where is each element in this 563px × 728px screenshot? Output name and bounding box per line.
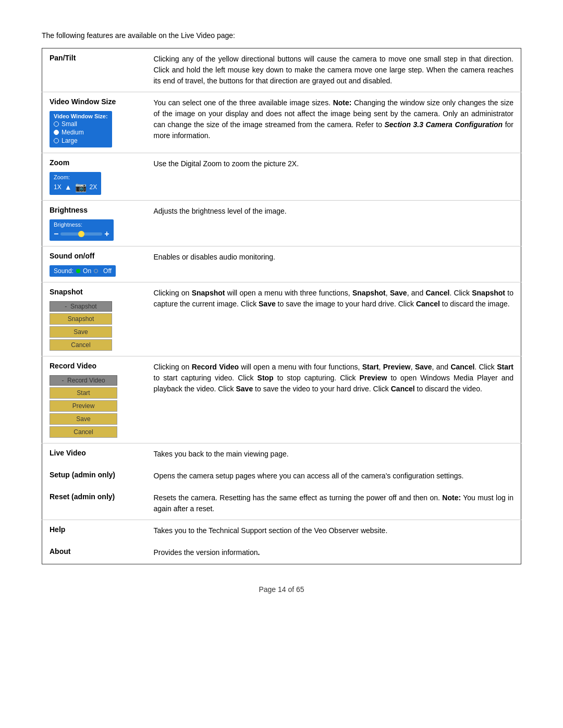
snapshot-left: Snapshot - Snapshot Snapshot Save Cancel: [42, 282, 146, 356]
zoom-left: Zoom Zoom: 1X ▲ 📷 2X: [42, 153, 146, 201]
video-window-title: Video Window Size:: [54, 113, 108, 119]
sound-left: Sound on/off Sound: On Off: [42, 246, 146, 282]
small-label: Small: [62, 120, 77, 128]
record-video-right: Clicking on Record Video will open a men…: [146, 356, 521, 443]
cancel-bold-2: Cancel: [416, 300, 440, 308]
sound-off-label[interactable]: Off: [103, 267, 112, 275]
snapshot-bold-3: Snapshot: [472, 289, 505, 297]
rv-cancel: Cancel: [450, 363, 474, 371]
snapshot-cancel-button[interactable]: Cancel: [50, 339, 112, 351]
rv-preview-2: Preview: [359, 374, 387, 382]
pan-tilt-label: Pan/Tilt: [50, 54, 139, 62]
rv-cancel-2: Cancel: [391, 385, 415, 393]
record-video-left: Record Video - Record Video Start Previe…: [42, 356, 146, 443]
brightness-thumb: [78, 231, 84, 237]
rv-start: Start: [362, 363, 379, 371]
save-bold-2: Save: [259, 300, 276, 308]
help-left: Help: [42, 520, 146, 542]
zoom-right: Use the Digital Zoom to zoom the picture…: [146, 153, 521, 201]
record-preview-button[interactable]: Preview: [50, 400, 117, 412]
pan-tilt-right: Clicking any of the yellow directional b…: [146, 48, 521, 92]
features-table: Pan/Tilt Clicking any of the yellow dire…: [42, 48, 521, 564]
large-radio[interactable]: [54, 138, 59, 143]
brightness-minus[interactable]: −: [54, 229, 58, 239]
video-window-label: Video Window Size: [50, 97, 139, 106]
brightness-label: Brightness: [50, 206, 139, 214]
video-window-medium-row: Medium: [54, 129, 108, 136]
snapshot-button[interactable]: Snapshot: [50, 313, 112, 325]
snapshot-desc: Clicking on Snapshot will open a menu wi…: [154, 288, 514, 310]
sound-right: Enables or disables audio monitoring.: [146, 246, 521, 282]
record-cancel-button[interactable]: Cancel: [50, 426, 117, 438]
record-start-button[interactable]: Start: [50, 387, 117, 399]
rv-save-2: Save: [236, 385, 253, 393]
record-video-label: Record Video: [50, 362, 139, 370]
brightness-track[interactable]: [60, 232, 102, 236]
about-label: About: [50, 547, 139, 556]
snapshot-save-button[interactable]: Save: [50, 326, 112, 338]
help-row: Help Takes you to the Technical Support …: [42, 520, 521, 542]
pan-tilt-left: Pan/Tilt: [42, 48, 146, 92]
help-right: Takes you to the Technical Support secti…: [146, 520, 521, 542]
note-bold: Note:: [333, 98, 352, 107]
brightness-inner: − +: [54, 229, 109, 239]
setup-label: Setup (admin only): [50, 471, 139, 479]
brightness-widget: Brightness: − +: [50, 219, 114, 241]
page-footer: Page 14 of 65: [42, 585, 521, 594]
sound-on-label[interactable]: On: [83, 267, 91, 275]
record-video-desc: Clicking on Record Video will open a men…: [154, 362, 514, 394]
snapshot-row: Snapshot - Snapshot Snapshot Save Cancel…: [42, 282, 521, 356]
zoom-title: Zoom:: [54, 174, 97, 180]
pan-tilt-desc: Clicking any of the yellow directional b…: [154, 54, 514, 87]
pan-tilt-row: Pan/Tilt Clicking any of the yellow dire…: [42, 48, 521, 92]
zoom-up-arrow[interactable]: ▲: [65, 183, 72, 191]
zoom-row: Zoom Zoom: 1X ▲ 📷 2X Use the Digital Zoo…: [42, 153, 521, 201]
setup-left: Setup (admin only): [42, 465, 146, 487]
rv-save: Save: [415, 363, 432, 371]
about-left: About: [42, 542, 146, 564]
snapshot-label: Snapshot: [50, 288, 139, 296]
sound-row: Sound on/off Sound: On Off Enables or di…: [42, 246, 521, 282]
live-video-row: Live Video Takes you back to the main vi…: [42, 443, 521, 466]
page-number: Page 14 of 65: [259, 585, 304, 594]
snapshot-right: Clicking on Snapshot will open a menu wi…: [146, 282, 521, 356]
about-period: .: [258, 548, 260, 557]
rv-bold-1: Record Video: [192, 363, 239, 371]
intro-text: The following features are available on …: [42, 31, 521, 40]
zoom-inner: 1X ▲ 📷 2X: [54, 181, 97, 193]
brightness-right: Adjusts the brightness level of the imag…: [146, 201, 521, 246]
brightness-plus[interactable]: +: [104, 229, 109, 239]
live-video-left: Live Video: [42, 443, 146, 466]
record-header: - Record Video: [50, 375, 117, 386]
record-save-button[interactable]: Save: [50, 413, 117, 425]
live-video-label: Live Video: [50, 449, 139, 457]
snapshot-bold-1: Snapshot: [192, 289, 225, 297]
about-right: Provides the version information.: [146, 542, 521, 564]
zoom-label: Zoom: [50, 158, 139, 167]
sound-widget: Sound: On Off: [50, 265, 116, 277]
sound-indicator: [76, 269, 80, 273]
help-label: Help: [50, 525, 139, 534]
video-window-small-row: Small: [54, 120, 108, 128]
record-video-widget: - Record Video Start Preview Save Cancel: [50, 375, 117, 438]
snapshot-header: - Snapshot: [50, 301, 112, 312]
reset-label: Reset (admin only): [50, 492, 139, 501]
page-container: The following features are available on …: [42, 31, 521, 594]
reset-note: Note:: [442, 493, 461, 502]
large-label: Large: [62, 137, 78, 144]
medium-radio[interactable]: [54, 130, 59, 135]
setup-bold: Setup: [50, 471, 70, 479]
sound-desc: Enables or disables audio monitoring.: [154, 252, 514, 263]
record-video-row: Record Video - Record Video Start Previe…: [42, 356, 521, 443]
zoom-camera-icon: 📷: [75, 181, 87, 193]
live-video-right: Takes you back to the main viewing page.: [146, 443, 521, 466]
rv-stop: Stop: [258, 374, 274, 382]
brightness-title: Brightness:: [54, 221, 109, 228]
video-window-left: Video Window Size Video Window Size: Sma…: [42, 92, 146, 153]
small-radio[interactable]: [54, 121, 59, 127]
about-row: About Provides the version information.: [42, 542, 521, 564]
sound-off-radio[interactable]: [94, 269, 98, 273]
cancel-bold: Cancel: [425, 289, 449, 297]
about-desc: Provides the version information.: [154, 547, 514, 558]
video-window-right: You can select one of the three availabl…: [146, 92, 521, 153]
